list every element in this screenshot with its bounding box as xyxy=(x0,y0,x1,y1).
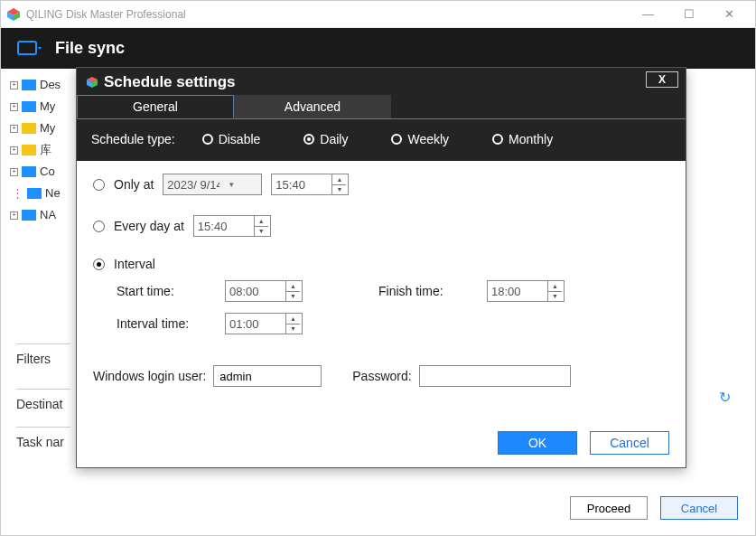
schedule-type-radios: Disable Daily Weekly Monthly xyxy=(202,132,554,146)
radio-label: Monthly xyxy=(509,132,553,146)
expand-icon[interactable]: + xyxy=(10,81,18,89)
spin-up-icon[interactable]: ▲ xyxy=(286,281,300,292)
spin-down-icon[interactable]: ▼ xyxy=(255,227,268,237)
spin-down-icon[interactable]: ▼ xyxy=(548,292,562,302)
close-button[interactable]: ✕ xyxy=(709,2,750,27)
only-at-label: Only at xyxy=(114,177,154,192)
cloud-icon xyxy=(22,210,36,221)
schedule-type-row: Schedule type: Disable Daily Weekly Mont… xyxy=(77,119,686,161)
finish-time-label: Finish time: xyxy=(378,284,487,298)
star-icon xyxy=(22,123,36,134)
spin-down-icon[interactable]: ▼ xyxy=(332,185,346,195)
schedule-type-label: Schedule type: xyxy=(91,132,175,146)
password-input[interactable] xyxy=(419,365,571,387)
expand-icon[interactable]: + xyxy=(10,125,18,133)
bottom-bar: Proceed Cancel xyxy=(570,496,738,520)
finish-time-input[interactable] xyxy=(488,285,547,298)
radio-monthly[interactable]: Monthly xyxy=(492,132,553,146)
radio-weekly[interactable]: Weekly xyxy=(391,132,449,146)
spinner-buttons[interactable]: ▲▼ xyxy=(547,281,562,301)
spin-up-icon[interactable]: ▲ xyxy=(332,174,346,185)
spinner-buttons[interactable]: ▲▼ xyxy=(285,314,300,334)
spinner-buttons[interactable]: ▲▼ xyxy=(331,174,346,194)
only-at-date-picker[interactable]: ▾ xyxy=(163,174,262,195)
finish-time-spinner[interactable]: ▲▼ xyxy=(487,280,565,302)
tree-label: Des xyxy=(40,74,61,96)
every-day-time-spinner[interactable]: ▲▼ xyxy=(193,215,271,237)
dialog-close-button[interactable]: X xyxy=(646,71,678,88)
destination-label: Destinat xyxy=(16,389,70,411)
spin-up-icon[interactable]: ▲ xyxy=(286,314,300,324)
refresh-icon[interactable]: ↻ xyxy=(719,389,731,406)
radio-every-day[interactable] xyxy=(93,221,105,232)
expand-icon[interactable]: + xyxy=(10,146,18,155)
tree-label: Co xyxy=(40,161,55,183)
every-day-time-input[interactable] xyxy=(194,220,254,233)
chevron-down-icon: ▾ xyxy=(223,180,239,189)
interval-time-label: Interval time: xyxy=(117,316,225,331)
interval-time-spinner[interactable]: ▲▼ xyxy=(225,313,303,334)
maximize-button[interactable]: ☐ xyxy=(668,2,709,27)
only-at-time-input[interactable] xyxy=(272,178,331,192)
option-only-at: Only at ▾ ▲▼ xyxy=(93,174,669,195)
tree-connector: ⋮ xyxy=(12,183,23,204)
tree-label: My xyxy=(40,118,55,139)
only-at-time-spinner[interactable]: ▲▼ xyxy=(271,174,349,195)
spin-down-icon[interactable]: ▼ xyxy=(286,292,300,302)
minimize-button[interactable]: — xyxy=(628,2,668,27)
tree-label: Ne xyxy=(45,183,61,204)
folder-icon xyxy=(22,101,36,112)
start-time-label: Start time: xyxy=(117,284,225,298)
radio-label: Disable xyxy=(219,132,261,146)
proceed-button[interactable]: Proceed xyxy=(570,496,648,520)
interval-time-input[interactable] xyxy=(226,317,285,331)
radio-dot xyxy=(492,134,503,145)
radio-disable[interactable]: Disable xyxy=(202,132,261,146)
cloud-icon xyxy=(27,188,42,199)
radio-only-at[interactable] xyxy=(93,179,105,191)
expand-icon[interactable]: + xyxy=(10,103,18,111)
radio-label: Weekly xyxy=(407,132,449,146)
ok-button[interactable]: OK xyxy=(498,431,577,455)
start-time-spinner[interactable]: ▲▼ xyxy=(225,280,303,302)
folder-icon xyxy=(22,145,36,155)
radio-label: Daily xyxy=(320,132,348,146)
app-logo-icon xyxy=(6,7,21,22)
spinner-buttons[interactable]: ▲▼ xyxy=(285,281,300,301)
spin-up-icon[interactable]: ▲ xyxy=(255,216,268,227)
dialog-footer: OK Cancel xyxy=(77,422,686,467)
dialog-body: Only at ▾ ▲▼ Every day at ▲▼ Interval xyxy=(77,161,686,422)
radio-dot xyxy=(391,134,402,145)
spinner-buttons[interactable]: ▲▼ xyxy=(254,216,268,236)
dialog-header: Schedule settings X General Advanced Sch… xyxy=(77,68,686,161)
spin-down-icon[interactable]: ▼ xyxy=(286,324,300,334)
task-name-label: Task nar xyxy=(16,427,70,449)
radio-dot xyxy=(202,134,213,145)
credentials-row: Windows login user: Password: xyxy=(93,365,669,387)
option-interval: Interval xyxy=(93,257,669,271)
option-every-day: Every day at ▲▼ xyxy=(93,215,669,237)
spin-up-icon[interactable]: ▲ xyxy=(548,281,562,292)
tab-advanced[interactable]: Advanced xyxy=(234,95,391,118)
login-user-label: Windows login user: xyxy=(93,369,206,383)
login-user-input[interactable] xyxy=(213,365,322,387)
interval-label: Interval xyxy=(114,257,155,271)
radio-daily[interactable]: Daily xyxy=(303,132,348,146)
filters-label: Filters xyxy=(16,343,70,366)
tab-general[interactable]: General xyxy=(77,95,234,118)
only-at-date-input[interactable] xyxy=(163,178,223,192)
start-time-input[interactable] xyxy=(226,285,285,298)
page-title: File sync xyxy=(55,39,125,58)
svg-rect-3 xyxy=(18,42,36,54)
dialog-cancel-button[interactable]: Cancel xyxy=(590,431,669,455)
header-band: File sync xyxy=(1,28,755,69)
expand-icon[interactable]: + xyxy=(10,168,18,176)
expand-icon[interactable]: + xyxy=(10,212,18,220)
titlebar: QILING Disk Master Professional — ☐ ✕ xyxy=(1,1,755,28)
password-label: Password: xyxy=(352,369,411,383)
cancel-button[interactable]: Cancel xyxy=(660,496,738,520)
radio-interval[interactable] xyxy=(93,259,105,270)
interval-grid: Start time: ▲▼ Finish time: ▲▼ Interval … xyxy=(117,280,669,334)
every-day-label: Every day at xyxy=(114,219,184,233)
window-controls: — ☐ ✕ xyxy=(628,2,750,27)
